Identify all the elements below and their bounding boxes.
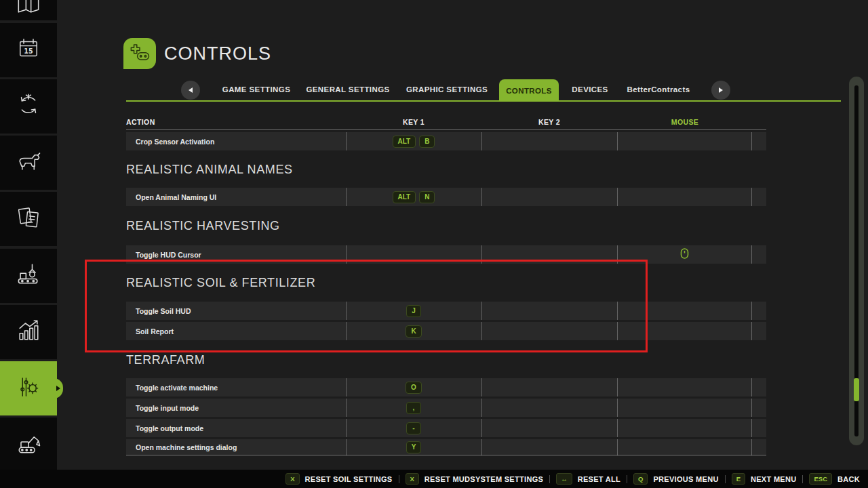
binding-row-open-machine-settings-dialog[interactable]: Open machine settings dialog Y xyxy=(126,439,766,455)
separator xyxy=(549,475,550,483)
binding-row-open-animal-naming-ui[interactable]: Open Animal Naming UI ALT N xyxy=(126,188,766,206)
section-heading-realistic-harvesting: REALISTIC HARVESTING xyxy=(126,219,280,233)
settings-icon xyxy=(14,373,43,404)
tabs-prev-button[interactable] xyxy=(181,81,200,100)
previous-menu-button[interactable]: Q PREVIOUS MENU xyxy=(633,473,719,485)
mouse-icon xyxy=(680,248,689,262)
binding-row-toggle-input-mode[interactable]: Toggle input mode , xyxy=(126,399,766,417)
key-x-badge: X xyxy=(406,473,419,485)
statistics-icon xyxy=(14,316,43,348)
key-q-badge: Q xyxy=(633,473,648,485)
reset-soil-settings-label: RESET SOIL SETTINGS xyxy=(305,475,393,483)
key-badge: J xyxy=(406,305,421,317)
tab-game-settings[interactable]: GAME SETTINGS xyxy=(222,85,290,94)
mouse-cell[interactable] xyxy=(617,248,751,262)
tab-bettercontracts[interactable]: BetterContracts xyxy=(627,85,690,94)
svg-text:15: 15 xyxy=(24,47,33,55)
tab-controls[interactable]: CONTROLS xyxy=(499,79,559,102)
reset-soil-settings-button[interactable]: X RESET SOIL SETTINGS xyxy=(285,473,392,485)
action-label: Soil Report xyxy=(126,327,346,336)
column-header-action: ACTION xyxy=(126,118,155,126)
sidebar-item-statistics[interactable] xyxy=(0,305,57,359)
main-content: CONTROLS GAME SETTINGS GENERAL SETTINGS … xyxy=(57,0,868,470)
key1-cell[interactable]: O xyxy=(346,382,481,394)
action-label: Toggle input mode xyxy=(126,404,346,412)
back-button[interactable]: ESC BACK xyxy=(809,473,860,485)
sidebar-item-construction[interactable] xyxy=(0,418,57,470)
separator xyxy=(725,475,726,483)
controls-settings-screen: 15 xyxy=(0,0,868,488)
production-icon xyxy=(14,260,43,292)
key1-cell[interactable]: , xyxy=(346,402,481,414)
sidebar-item-animals[interactable] xyxy=(0,136,57,190)
binding-row-toggle-soil-hud[interactable]: Toggle Soil HUD J xyxy=(126,302,766,320)
separator xyxy=(399,475,399,483)
key-esc-badge: ESC xyxy=(809,473,832,485)
key-badge: N xyxy=(419,191,435,203)
header-divider xyxy=(126,129,766,130)
binding-row-soil-report[interactable]: Soil Report K xyxy=(126,322,766,340)
sidebar-item-crop-rotation[interactable] xyxy=(0,79,57,134)
tab-underline xyxy=(126,100,841,102)
key1-cell[interactable]: J xyxy=(346,305,481,317)
previous-menu-label: PREVIOUS MENU xyxy=(653,475,718,483)
gamepad-icon xyxy=(128,41,151,66)
binding-row-toggle-output-mode[interactable]: Toggle output mode - xyxy=(126,419,766,437)
scrollbar[interactable] xyxy=(849,77,864,445)
sidebar-item-production[interactable] xyxy=(0,249,57,303)
key-badge: - xyxy=(406,422,421,434)
reset-mudsystem-settings-label: RESET MUDSYSTEM SETTINGS xyxy=(425,475,543,483)
binding-row-toggle-activate-machine[interactable]: Toggle activate machine O xyxy=(126,378,766,396)
sidebar-item-contracts[interactable] xyxy=(0,192,57,246)
column-header-mouse: MOUSE xyxy=(671,118,699,126)
animals-icon xyxy=(14,146,43,179)
reset-all-label: RESET ALL xyxy=(578,475,620,483)
action-label: Crop Sensor Activation xyxy=(126,138,346,146)
action-label: Toggle HUD Cursor xyxy=(126,251,346,259)
back-label: BACK xyxy=(837,475,860,483)
table-bottom-divider xyxy=(126,455,766,455)
bottom-action-bar: X RESET SOIL SETTINGS X RESET MUDSYSTEM … xyxy=(0,470,868,488)
sidebar-item-map[interactable] xyxy=(0,0,57,20)
key1-cell[interactable]: ALT N xyxy=(346,191,481,203)
section-heading-realistic-soil-fertilizer: REALISTIC SOIL & FERTILIZER xyxy=(126,276,315,290)
action-label: Open Animal Naming UI xyxy=(126,193,346,201)
key1-cell[interactable]: K xyxy=(346,325,481,338)
page-title: CONTROLS xyxy=(164,43,271,64)
key-badge: B xyxy=(419,136,435,148)
column-header-key2: KEY 2 xyxy=(538,118,560,126)
map-icon xyxy=(14,0,43,20)
key-badge: , xyxy=(406,402,421,414)
tabs-next-button[interactable] xyxy=(711,81,730,100)
sidebar-item-settings[interactable] xyxy=(0,361,57,415)
binding-row-toggle-hud-cursor[interactable]: Toggle HUD Cursor xyxy=(126,245,766,264)
next-menu-button[interactable]: E NEXT MENU xyxy=(732,473,797,485)
separator xyxy=(802,475,803,483)
calendar-icon: 15 xyxy=(14,35,43,66)
key-e-badge: E xyxy=(732,473,745,485)
tab-devices[interactable]: DEVICES xyxy=(572,85,608,94)
tab-general-settings[interactable]: GENERAL SETTINGS xyxy=(306,85,389,94)
chevron-right-icon xyxy=(719,87,723,93)
separator xyxy=(627,475,627,483)
contracts-icon xyxy=(14,203,43,235)
binding-row-crop-sensor-activation[interactable]: Crop Sensor Activation ALT B xyxy=(126,132,766,150)
left-right-arrows-icon: ↔ xyxy=(556,473,572,485)
scrollbar-thumb[interactable] xyxy=(854,378,859,401)
reset-mudsystem-settings-button[interactable]: X RESET MUDSYSTEM SETTINGS xyxy=(406,473,544,485)
column-header-key1: KEY 1 xyxy=(403,118,425,126)
key1-cell[interactable]: ALT B xyxy=(346,136,481,148)
key1-cell[interactable]: Y xyxy=(346,441,481,453)
key-badge: Y xyxy=(406,441,422,453)
action-label: Toggle Soil HUD xyxy=(126,307,346,315)
tab-graphic-settings[interactable]: GRAPHIC SETTINGS xyxy=(406,85,488,94)
next-menu-label: NEXT MENU xyxy=(751,475,796,483)
key1-cell[interactable]: - xyxy=(346,422,481,434)
construction-icon xyxy=(14,428,43,460)
controls-app-badge xyxy=(123,38,156,69)
key-badge: K xyxy=(406,325,421,338)
section-heading-terrafarm: TERRAFARM xyxy=(126,353,205,367)
sidebar-item-calendar[interactable]: 15 xyxy=(0,23,57,77)
reset-all-button[interactable]: ↔ RESET ALL xyxy=(556,473,620,485)
action-label: Toggle output mode xyxy=(126,424,346,432)
